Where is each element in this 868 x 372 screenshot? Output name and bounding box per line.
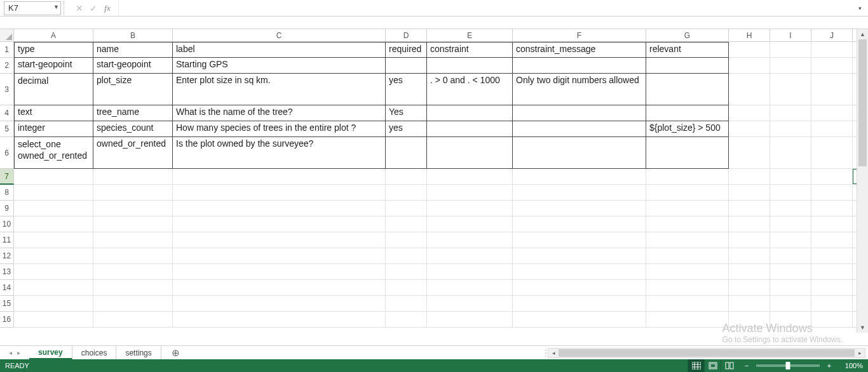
row-header-2[interactable]: 2	[0, 58, 14, 74]
cell-B15[interactable]	[93, 296, 173, 312]
cell-D11[interactable]	[386, 232, 427, 248]
cell-B11[interactable]	[93, 232, 173, 248]
row-header-7[interactable]: 7	[0, 169, 14, 185]
row-header-5[interactable]: 5	[0, 121, 14, 137]
cell-J11[interactable]	[811, 232, 853, 248]
cell-C8[interactable]	[173, 185, 386, 201]
cell-C3[interactable]: Enter plot size in sq km.	[173, 74, 386, 105]
cell-A13[interactable]	[14, 264, 93, 280]
cell-F15[interactable]	[513, 296, 646, 312]
row-header-3[interactable]: 3	[0, 74, 14, 105]
cell-G14[interactable]	[646, 280, 729, 296]
cell-B7[interactable]	[93, 169, 173, 185]
cell-G4[interactable]	[646, 105, 729, 121]
cell-E4[interactable]	[427, 105, 513, 121]
cell-J7[interactable]	[811, 169, 853, 185]
cell-I7[interactable]	[770, 169, 811, 185]
cell-G13[interactable]	[646, 264, 729, 280]
cell-H9[interactable]	[729, 201, 770, 216]
cell-I15[interactable]	[770, 296, 811, 312]
cell-J9[interactable]	[811, 201, 853, 216]
cell-D8[interactable]	[386, 185, 427, 201]
zoom-value[interactable]: 100%	[834, 362, 863, 369]
cell-E8[interactable]	[427, 185, 513, 201]
page-layout-view-button[interactable]	[704, 359, 721, 372]
cell-J6[interactable]	[811, 137, 853, 169]
cell-J13[interactable]	[811, 264, 853, 280]
row-header-10[interactable]: 10	[0, 216, 14, 232]
cell-A12[interactable]	[14, 248, 93, 264]
cell-B3[interactable]: plot_size	[93, 74, 173, 105]
row-header-11[interactable]: 11	[0, 232, 14, 248]
cell-F8[interactable]	[513, 185, 646, 201]
cell-F6[interactable]	[513, 137, 646, 169]
enter-icon[interactable]: ✓	[86, 1, 100, 15]
cell-J12[interactable]	[811, 248, 853, 264]
cell-A16[interactable]	[14, 312, 93, 328]
cell-B4[interactable]: tree_name	[93, 105, 173, 121]
cell-H2[interactable]	[729, 58, 770, 74]
cell-A11[interactable]	[14, 232, 93, 248]
cell-I13[interactable]	[770, 264, 811, 280]
cell-E2[interactable]	[427, 58, 513, 74]
cell-G11[interactable]	[646, 232, 729, 248]
column-header-I[interactable]: I	[770, 29, 811, 42]
cell-E13[interactable]	[427, 264, 513, 280]
cell-C10[interactable]	[173, 216, 386, 232]
chevron-down-icon[interactable]: ▼	[53, 4, 59, 10]
cell-A4[interactable]: text	[14, 105, 93, 121]
cell-B5[interactable]: species_count	[93, 121, 173, 137]
cell-H12[interactable]	[729, 248, 770, 264]
cell-B8[interactable]	[93, 185, 173, 201]
cell-H16[interactable]	[729, 312, 770, 328]
cell-I14[interactable]	[770, 280, 811, 296]
row-header-14[interactable]: 14	[0, 280, 14, 296]
cell-D9[interactable]	[386, 201, 427, 216]
cell-D5[interactable]: yes	[386, 121, 427, 137]
cell-H8[interactable]	[729, 185, 770, 201]
cell-G12[interactable]	[646, 248, 729, 264]
cell-C9[interactable]	[173, 201, 386, 216]
cell-G8[interactable]	[646, 185, 729, 201]
cell-I3[interactable]	[770, 74, 811, 105]
zoom-slider[interactable]	[756, 364, 820, 367]
cell-C4[interactable]: What is the name of the tree?	[173, 105, 386, 121]
cell-G9[interactable]	[646, 201, 729, 216]
cell-B13[interactable]	[93, 264, 173, 280]
cell-I16[interactable]	[770, 312, 811, 328]
cell-B6[interactable]: owned_or_rented	[93, 137, 173, 169]
row-header-4[interactable]: 4	[0, 105, 14, 121]
cell-B2[interactable]: start-geopoint	[93, 58, 173, 74]
cell-J5[interactable]	[811, 121, 853, 137]
cell-D1[interactable]: required	[386, 42, 427, 58]
cell-G3[interactable]	[646, 74, 729, 105]
cell-E16[interactable]	[427, 312, 513, 328]
cell-A1[interactable]: type	[14, 42, 93, 58]
row-header-12[interactable]: 12	[0, 248, 14, 264]
row-header-9[interactable]: 9	[0, 201, 14, 216]
row-header-1[interactable]: 1	[0, 42, 14, 58]
cell-B1[interactable]: name	[93, 42, 173, 58]
cell-G2[interactable]	[646, 58, 729, 74]
cell-C1[interactable]: label	[173, 42, 386, 58]
cell-I9[interactable]	[770, 201, 811, 216]
column-header-E[interactable]: E	[427, 29, 513, 42]
cell-I5[interactable]	[770, 121, 811, 137]
cell-F7[interactable]	[513, 169, 646, 185]
cell-A7[interactable]	[14, 169, 93, 185]
scroll-left-icon[interactable]: ◂	[548, 350, 559, 356]
scroll-up-icon[interactable]: ▲	[857, 29, 868, 39]
select-all-corner[interactable]	[0, 29, 14, 42]
sheet-tab-choices[interactable]: choices	[72, 346, 117, 359]
cell-B10[interactable]	[93, 216, 173, 232]
cell-F3[interactable]: Only two digit numbers allowed	[513, 74, 646, 105]
zoom-out-button[interactable]: −	[742, 362, 751, 369]
cell-D10[interactable]	[386, 216, 427, 232]
cell-C2[interactable]: Starting GPS	[173, 58, 386, 74]
cell-D3[interactable]: yes	[386, 74, 427, 105]
cell-E5[interactable]	[427, 121, 513, 137]
cell-A15[interactable]	[14, 296, 93, 312]
column-header-C[interactable]: C	[173, 29, 386, 42]
cell-F5[interactable]	[513, 121, 646, 137]
cell-I2[interactable]	[770, 58, 811, 74]
